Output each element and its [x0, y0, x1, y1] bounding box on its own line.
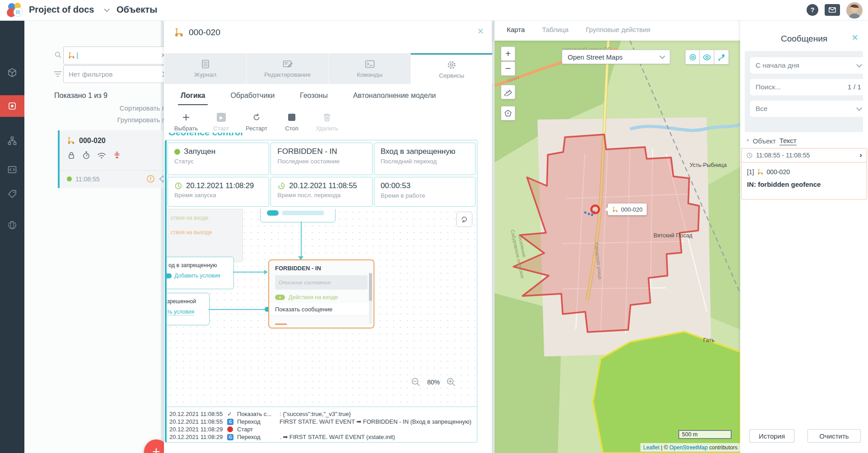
restart-button[interactable]: Рестарт — [239, 111, 274, 132]
map-canvas[interactable]: городской округ ОР Крым Усть-Рыбница Вят… — [495, 41, 740, 453]
close-messages-icon[interactable]: × — [852, 31, 858, 44]
nav-section-objects[interactable]: Объекты — [117, 5, 157, 15]
subtab-logic-label: Логика — [181, 92, 205, 99]
nav-hierarchy-icon[interactable] — [0, 130, 24, 152]
tab-journal[interactable]: Журнал — [164, 53, 246, 84]
log-row[interactable]: 20.12.2021 11:08:55 ✓ Показать с... : {"… — [169, 410, 475, 418]
nav-tools-icon[interactable] — [0, 449, 24, 453]
mail-icon[interactable] — [825, 4, 840, 16]
scooter-search-token-icon — [68, 51, 76, 60]
tab-table[interactable]: Таблица — [542, 26, 569, 33]
user-avatar[interactable] — [846, 2, 863, 18]
log-row[interactable]: 20.12.2021 11:08:29 Старт — [169, 425, 475, 433]
sort-by-control[interactable]: Сортировать по — [24, 104, 176, 112]
log-row[interactable]: 20.12.2021 11:08:29 Переход . ➡ FIRST ST… — [169, 433, 475, 441]
message-card-header[interactable]: 11:08:55 - 11:08:55 › — [742, 148, 867, 162]
status-label: Статус — [174, 158, 262, 165]
transition-line-vertical — [301, 222, 302, 257]
tab-edit[interactable]: Редактирование — [246, 53, 328, 84]
top-bar: R Project of docs Объекты ? — [0, 0, 868, 21]
start-button[interactable]: ▶ Старт — [204, 111, 239, 132]
clear-button[interactable]: Очистить — [807, 429, 861, 443]
expand-message-chevron-icon[interactable]: › — [859, 151, 862, 160]
help-icon[interactable]: ? — [807, 4, 818, 16]
nav-objects-icon[interactable] — [0, 95, 24, 117]
forbidden-node-title: FORBIDDEN - IN — [275, 265, 373, 272]
last-message-time: 11:08:55 — [75, 176, 99, 183]
wifi-icon — [97, 151, 107, 160]
start-label: Старт — [213, 125, 229, 132]
add-condition-link-b[interactable]: ить условия — [167, 309, 194, 315]
add-condition-link[interactable]: Добавить условия — [174, 273, 220, 279]
route-track-icon[interactable] — [714, 50, 729, 65]
disabled-state-node[interactable]: ствия на входе ствия на выходе — [168, 209, 243, 262]
clock-icon — [174, 182, 182, 190]
map-zoom-in-button[interactable]: + — [501, 46, 515, 61]
stop-button[interactable]: Стоп — [274, 111, 309, 132]
message-search-input[interactable]: Поиск... 1 / 1 — [750, 79, 867, 95]
subtab-automodel[interactable]: Автонаполнение модели — [353, 92, 436, 100]
nav-tags-icon[interactable] — [0, 183, 24, 205]
map-layer-select[interactable]: Open Street Maps — [562, 50, 670, 64]
allowed-transition-node[interactable]: азрешенной ить условия — [167, 293, 210, 325]
service-log: 20.12.2021 11:08:55 ✓ Показать с... : {"… — [167, 407, 477, 442]
subtab-logic[interactable]: Логика — [181, 92, 205, 100]
nav-network-icon[interactable] — [0, 214, 24, 236]
forbidden-in-state-node[interactable]: FORBIDDEN - IN Описание состояния + Дейс… — [268, 259, 374, 328]
marker-tooltip[interactable]: 000-020 — [608, 203, 647, 215]
diagram-zoom-level: 80% — [427, 379, 440, 386]
app-logo[interactable]: R — [6, 2, 24, 18]
status-value: Запущен — [184, 147, 215, 156]
type-filter-select[interactable]: Все — [750, 101, 867, 117]
close-detail-icon[interactable]: × — [477, 25, 484, 37]
tab-commands-label: Команды — [357, 71, 383, 78]
nav-code-icon[interactable] — [0, 159, 24, 180]
leaflet-link[interactable]: Leaflet — [643, 444, 659, 451]
enter-forbidden-transition-node[interactable]: од в запрещенную Добавить условия — [167, 257, 234, 289]
refresh-diagram-button[interactable] — [456, 212, 472, 227]
log-action: Показать с... — [237, 411, 280, 417]
edit-icon — [282, 59, 293, 69]
subtab-geozones[interactable]: Геозоны — [300, 92, 328, 100]
state-description-input[interactable]: Описание состояния — [275, 275, 368, 290]
period-select[interactable]: С начала дня — [750, 57, 867, 74]
group-by-control[interactable]: Группировать по — [24, 116, 176, 124]
history-button[interactable]: История — [749, 429, 794, 443]
geofence-tool-icon[interactable] — [501, 106, 515, 120]
object-marker[interactable] — [592, 206, 599, 213]
filter-selector[interactable]: Нет фильтров — [63, 65, 171, 83]
entry-actions-toggle-icon[interactable]: + — [275, 295, 285, 300]
tab-commands[interactable]: Команды — [328, 53, 411, 84]
help-glyph: ? — [811, 6, 815, 14]
openstreetmap-link[interactable]: OpenStreetMap — [669, 444, 708, 451]
terminal-icon — [364, 59, 375, 69]
follow-target-icon[interactable] — [685, 50, 700, 65]
zoom-in-icon[interactable] — [446, 377, 457, 388]
visibility-eye-icon[interactable] — [700, 50, 714, 65]
object-toggle[interactable]: Объект — [753, 137, 776, 145]
delete-button[interactable]: Удалить — [309, 111, 345, 132]
select-service-button[interactable]: + Выбрать — [168, 111, 204, 132]
left-nav-rail — [0, 20, 24, 453]
project-chevron-down-icon[interactable] — [104, 6, 110, 12]
nav-models-icon[interactable] — [0, 62, 24, 83]
show-message-action-row[interactable]: Показать сообщение — [269, 303, 369, 315]
node-scrollbar[interactable] — [369, 273, 372, 324]
log-row[interactable]: 20.12.2021 11:08:55 Переход FIRST STATE.… — [169, 418, 475, 425]
search-input[interactable]: | × — [63, 46, 171, 65]
state-diagram-canvas[interactable]: ствия на входе ствия на выходе од в запр… — [167, 209, 477, 407]
tab-group-actions[interactable]: Групповые действия — [586, 26, 650, 33]
text-toggle[interactable]: Текст — [779, 137, 797, 145]
project-selector[interactable]: Project of docs — [29, 5, 94, 15]
zoom-out-icon[interactable] — [411, 377, 421, 388]
message-card[interactable]: 11:08:55 - 11:08:55 › [1] 000-020 IN: fo… — [741, 148, 867, 199]
last-state-label: Последнее состояние — [277, 158, 365, 165]
period-value: С начала дня — [756, 61, 799, 69]
subtab-handlers[interactable]: Обработчики — [230, 92, 275, 100]
warning-icon[interactable] — [146, 175, 155, 183]
tab-services[interactable]: Сервисы — [411, 53, 492, 84]
map-zoom-out-button[interactable]: − — [501, 61, 515, 76]
measure-ruler-icon[interactable] — [501, 85, 515, 99]
first-state-node-clipped[interactable] — [260, 209, 336, 222]
tab-map[interactable]: Карта — [507, 26, 525, 33]
